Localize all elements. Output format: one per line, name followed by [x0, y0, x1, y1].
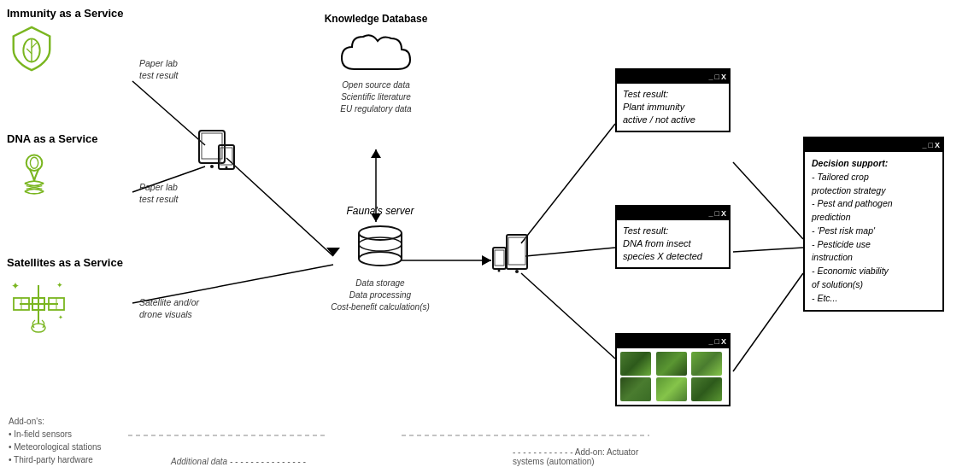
server-sub: Data storageData processingCost-benefit … — [316, 277, 444, 313]
satellites-icon: ✦ ✦ ✦ — [7, 272, 123, 336]
decision-body: Decision support: Tailored cropprotectio… — [805, 152, 942, 310]
decision-item-4: Economic viabilityof solution(s) — [812, 265, 936, 292]
decision-item-2: 'Pest risk map' — [812, 225, 936, 238]
svg-line-20 — [32, 43, 37, 48]
addon-item-1: • In-field sensors — [9, 428, 102, 441]
decision-item-5: Etc... — [812, 292, 936, 306]
svg-text:✦: ✦ — [58, 314, 63, 320]
win-minimize-1: _ — [709, 73, 713, 81]
result-titlebar-1: _ □ X — [617, 70, 729, 84]
satellites-service: Satellites as a Service ✦ ✦ — [7, 256, 123, 338]
win-maximize-2: □ — [715, 209, 719, 218]
svg-line-13 — [733, 162, 803, 239]
svg-rect-50 — [495, 250, 504, 266]
win-close-d: X — [935, 141, 940, 149]
win-maximize-d: □ — [929, 141, 933, 149]
dna-service: DNA as a Service — [7, 132, 97, 206]
addon-item-2: • Meteorological stations — [9, 441, 102, 453]
result-titlebar-3: _ □ X — [617, 335, 729, 348]
sat-img-5 — [656, 377, 687, 401]
decision-item-3: Pesticide useinstruction — [812, 238, 936, 266]
win-close-2: X — [721, 209, 726, 218]
svg-point-23 — [30, 157, 38, 168]
svg-line-11 — [525, 248, 615, 256]
immunity-title: Immunity as a Service — [7, 7, 124, 20]
svg-line-14 — [733, 248, 803, 252]
decision-title: Decision support: — [812, 158, 888, 168]
svg-text:✦: ✦ — [56, 281, 63, 289]
faunas-server: Fauna's server Data storageData processi… — [316, 205, 444, 313]
result-window-1: _ □ X Test result:Plant immunityactive /… — [615, 68, 731, 132]
knowledge-db-title: Knowledge Database — [316, 13, 436, 25]
sat-img-4 — [620, 377, 651, 401]
knowledge-database: Knowledge Database Open source dataScien… — [316, 13, 436, 115]
win-close-1: X — [721, 73, 726, 81]
result-titlebar-2: _ □ X — [617, 207, 729, 220]
lab-label-3: Satellite and/ordrone visuals — [139, 297, 199, 320]
immunity-icon — [7, 23, 124, 73]
decision-window: _ □ X Decision support: Tailored croppro… — [803, 137, 944, 312]
addon-title: Add-on's: — [9, 415, 102, 428]
sat-img-3 — [691, 352, 722, 376]
addon-bottom-right: - - - - - - - - - - - - Add-on: Actuator… — [513, 447, 638, 466]
svg-line-21 — [26, 49, 32, 54]
decision-item-0: Tailored cropprotection strategy — [812, 171, 936, 198]
tablet-device-right — [491, 231, 530, 288]
addon-item-3: • Third-party hardware — [9, 453, 102, 466]
svg-text:✦: ✦ — [11, 280, 20, 292]
svg-point-42 — [226, 166, 228, 169]
svg-rect-40 — [219, 145, 234, 169]
result-window-2: _ □ X Test result:DNA from insectspecies… — [615, 205, 731, 269]
diagram-container: Immunity as a Service DNA as a Service — [0, 0, 980, 473]
result-window-3: _ □ X — [615, 333, 731, 406]
svg-line-10 — [521, 124, 615, 243]
svg-marker-6 — [371, 149, 381, 158]
win-minimize-3: _ — [709, 337, 713, 346]
server-title: Fauna's server — [316, 205, 444, 217]
win-minimize-d: _ — [923, 141, 927, 149]
svg-rect-53 — [508, 237, 525, 265]
decision-titlebar: _ □ X — [805, 138, 942, 152]
result-body-1: Test result:Plant immunityactive / not a… — [617, 84, 729, 131]
svg-point-47 — [359, 252, 402, 266]
win-close-3: X — [721, 337, 726, 346]
svg-line-12 — [521, 273, 615, 359]
win-maximize-1: □ — [715, 73, 719, 81]
win-maximize-3: □ — [715, 337, 719, 346]
lab-label-1: Paper labtest result — [139, 58, 179, 81]
dna-title: DNA as a Service — [7, 132, 97, 145]
dna-icon — [7, 149, 97, 204]
addon-bottom-center: Additional data - - - - - - - - - - - - … — [171, 457, 306, 466]
satellite-images — [617, 348, 729, 405]
sat-img-2 — [656, 352, 687, 376]
svg-line-15 — [733, 273, 803, 371]
immunity-service: Immunity as a Service — [7, 7, 124, 74]
svg-point-39 — [210, 165, 214, 168]
win-minimize-2: _ — [709, 209, 713, 218]
svg-point-51 — [498, 270, 501, 272]
lab-label-2: Paper labtest result — [139, 182, 179, 205]
tablet-device-left — [195, 126, 242, 179]
addon-bottom-left: Add-on's: • In-field sensors • Meteorolo… — [9, 415, 102, 466]
svg-marker-9 — [482, 255, 491, 266]
sat-img-1 — [620, 352, 651, 376]
svg-rect-52 — [507, 235, 527, 269]
sat-img-6 — [691, 377, 722, 401]
satellites-title: Satellites as a Service — [7, 256, 123, 269]
decision-item-1: Pest and pathogenprediction — [812, 197, 936, 225]
knowledge-db-sub: Open source dataScientific literatureEU … — [316, 79, 436, 115]
result-body-2: Test result:DNA from insectspecies X det… — [617, 220, 729, 267]
svg-point-54 — [515, 270, 519, 273]
decision-list: Tailored cropprotection strategy Pest an… — [812, 171, 936, 306]
